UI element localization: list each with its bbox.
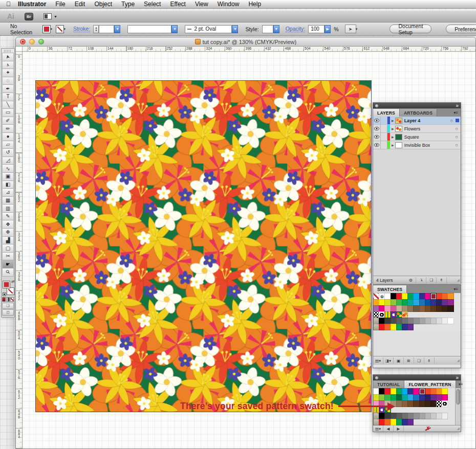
scale-tool[interactable]: ◿: [2, 156, 14, 165]
panel-close-icon[interactable]: [375, 104, 378, 107]
lock-toggle[interactable]: [381, 117, 387, 124]
rotate-tool[interactable]: ↺: [2, 148, 14, 157]
blend-tool[interactable]: ❖: [2, 220, 14, 229]
menu-object[interactable]: Object: [90, 1, 117, 8]
pat-dot-swatch[interactable]: [442, 400, 448, 407]
brush-definition-field[interactable]: 2 pt. Oval: [185, 25, 232, 33]
column-graph-tool[interactable]: ▟: [2, 236, 14, 245]
chevron-down-icon[interactable]: ▼: [50, 28, 53, 31]
layer-thumbnail[interactable]: [395, 142, 402, 148]
lock-toggle[interactable]: [381, 133, 387, 141]
target-circle-icon[interactable]: ○: [456, 143, 458, 148]
create-sublayer-button[interactable]: ↴: [416, 277, 426, 283]
horizontal-ruler[interactable]: 0367210814418021625228832436039643246850…: [23, 47, 475, 52]
new-layer-button[interactable]: ❏: [426, 277, 437, 283]
eraser-tool[interactable]: ▱: [2, 141, 14, 149]
mesh-tool[interactable]: ▦: [2, 196, 14, 205]
chevron-down-icon[interactable]: ▼: [63, 28, 66, 31]
tab-tutorial[interactable]: TUTORIAL: [373, 380, 404, 388]
color-mode-button[interactable]: [2, 297, 6, 302]
magic-wand-tool[interactable]: ✦: [2, 69, 14, 77]
launch-bridge-button[interactable]: Br: [25, 13, 33, 20]
menu-illustrator[interactable]: Illustrator: [18, 1, 51, 8]
layer-name[interactable]: Invisible Box: [404, 143, 430, 148]
layer-row[interactable]: ▶Invisible Box○: [373, 141, 461, 149]
menu-help[interactable]: Help: [244, 1, 266, 8]
delete-swatch-button[interactable]: ⚱: [424, 357, 435, 364]
swap-fill-stroke-icon[interactable]: ⇄: [11, 279, 15, 284]
line-segment-tool[interactable]: ╲: [2, 101, 14, 109]
swatch-libraries-button[interactable]: ▤▾: [373, 425, 383, 432]
swatch[interactable]: [447, 318, 453, 324]
variable-width-dropdown[interactable]: ▼: [171, 25, 178, 33]
scrollbar[interactable]: [455, 388, 461, 425]
new-swatch-button[interactable]: ❏: [414, 357, 424, 364]
visibility-eye-icon[interactable]: [373, 133, 381, 141]
free-transform-tool[interactable]: ▣: [2, 172, 14, 181]
swatch[interactable]: [442, 413, 448, 419]
delete-layer-button[interactable]: ⚱: [437, 277, 447, 283]
brush-definition-dropdown[interactable]: ▼: [232, 25, 238, 33]
previous-library-button[interactable]: ◀: [383, 425, 394, 432]
layer-thumbnail[interactable]: [395, 118, 402, 124]
isolate-selected-object-button[interactable]: ➤: [345, 25, 356, 33]
pencil-tool[interactable]: ✏: [2, 124, 14, 133]
menu-window[interactable]: Window: [213, 1, 244, 8]
tab-flower-pattern[interactable]: FLOWER_PATTERN: [404, 380, 456, 388]
selection-tool[interactable]: ➤: [2, 53, 14, 61]
shape-builder-tool[interactable]: ◧: [2, 181, 14, 189]
menu-type[interactable]: Type: [117, 1, 139, 8]
make-clipping-mask-button[interactable]: ◍: [406, 277, 416, 283]
chevron-down-icon[interactable]: ▼: [355, 28, 358, 31]
next-library-button[interactable]: ▶: [394, 425, 404, 432]
blob-brush-tool[interactable]: ●: [2, 132, 14, 141]
symbol-sprayer-tool[interactable]: ❉: [2, 228, 14, 237]
collapse-to-icons-icon[interactable]: »: [456, 376, 459, 380]
swatch-libraries-button[interactable]: ▤▾: [373, 357, 383, 364]
layer-thumbnail[interactable]: [395, 126, 402, 132]
opacity-dropdown[interactable]: ▶: [324, 25, 331, 33]
panel-menu-icon[interactable]: ▾≡: [451, 110, 461, 115]
menu-file[interactable]: File: [51, 1, 70, 8]
swatch[interactable]: [407, 324, 414, 330]
screen-mode-button[interactable]: ◫: [2, 309, 14, 316]
gradient-tool[interactable]: ▥: [2, 204, 14, 213]
menu-view[interactable]: View: [190, 1, 213, 8]
panel-group-header[interactable]: »: [373, 103, 461, 108]
swatch[interactable]: [419, 388, 425, 395]
layer-name[interactable]: Flowers: [404, 126, 421, 131]
pen-tool[interactable]: ✒: [2, 84, 14, 93]
tab-layers[interactable]: LAYERS: [373, 109, 400, 117]
artboard-canvas[interactable]: [35, 80, 372, 412]
paintbrush-tool[interactable]: ✐: [2, 117, 14, 125]
swatch[interactable]: [430, 293, 437, 300]
layer-thumbnail[interactable]: [395, 134, 402, 140]
panel-menu-icon[interactable]: ▾≡: [451, 287, 461, 291]
fill-color-indicator[interactable]: [3, 281, 10, 288]
artboard-tool[interactable]: ▢: [2, 244, 14, 253]
perspective-grid-tool[interactable]: ⊿: [2, 188, 14, 197]
window-title-bar[interactable]: tut copy.ai* @ 130% (CMYK/Preview): [16, 37, 475, 47]
layer-row[interactable]: ▶Layer 4○: [373, 117, 461, 125]
variable-width-profile-field[interactable]: [127, 25, 171, 33]
stroke-weight-dropdown[interactable]: ▼: [114, 25, 120, 33]
disclosure-triangle-icon[interactable]: ▶: [392, 127, 394, 130]
direct-selection-tool[interactable]: ➢: [2, 61, 14, 70]
menu-edit[interactable]: Edit: [70, 1, 90, 8]
slice-tool[interactable]: ✂: [2, 252, 14, 261]
tab-swatches[interactable]: SWATCHES: [373, 285, 407, 293]
type-tool[interactable]: T: [2, 93, 14, 101]
panel-close-icon[interactable]: [375, 376, 378, 379]
vertical-ruler[interactable]: 03 67 21 0 81 4 41 8 02 1 62 5 22 8 83 2…: [16, 52, 23, 448]
menu-effect[interactable]: Effect: [165, 1, 190, 8]
stroke-panel-link[interactable]: Stroke:: [73, 26, 90, 32]
scrollbar-thumb[interactable]: [456, 389, 460, 405]
preferences-button[interactable]: Preferences: [446, 25, 476, 33]
layer-row[interactable]: ▶Flowers○: [373, 125, 461, 133]
stroke-weight-stepper[interactable]: ▲▼: [93, 25, 99, 33]
swatch[interactable]: [447, 305, 453, 312]
style-field[interactable]: [262, 25, 273, 33]
drawing-modes-button[interactable]: ❏: [2, 303, 14, 309]
panel-group-header[interactable]: »: [373, 375, 461, 380]
opacity-panel-link[interactable]: Opacity:: [286, 26, 306, 32]
